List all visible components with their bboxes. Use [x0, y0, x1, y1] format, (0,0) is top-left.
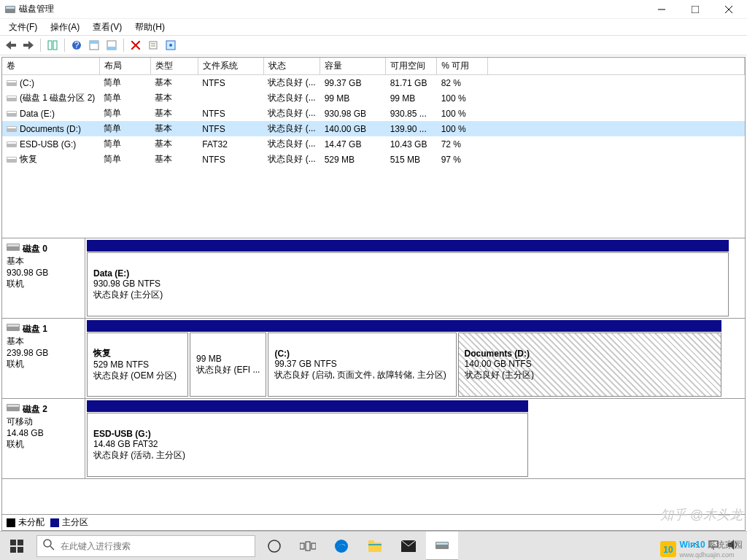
menu-view[interactable]: 查看(V) — [87, 20, 128, 35]
menu-help[interactable]: 帮助(H) — [129, 20, 171, 35]
column-header[interactable]: 布局 — [99, 58, 150, 75]
cortana-icon[interactable] — [258, 532, 290, 561]
column-header[interactable]: 卷 — [2, 58, 99, 75]
table-row[interactable]: ESD-USB (G:)简单基本FAT32状态良好 (...14.47 GB10… — [2, 136, 745, 152]
search-input[interactable] — [61, 541, 249, 551]
svg-rect-44 — [18, 540, 23, 545]
back-button[interactable] — [3, 37, 19, 53]
properties-button[interactable] — [145, 37, 161, 53]
svg-rect-46 — [18, 547, 23, 553]
svg-rect-11 — [53, 41, 57, 50]
disk-info: 磁盘 0基本930.98 GB联机 — [2, 238, 85, 318]
column-header[interactable]: % 可用 — [437, 58, 488, 75]
svg-rect-42 — [7, 405, 19, 407]
disk-graphical-view[interactable]: 磁盘 0基本930.98 GB联机Data (E:)930.98 GB NTFS… — [1, 238, 746, 515]
partition[interactable]: Data (E:)930.98 GB NTFS状态良好 (主分区) — [87, 252, 729, 316]
column-header[interactable]: 类型 — [150, 58, 198, 75]
svg-rect-26 — [7, 81, 16, 82]
svg-point-47 — [44, 540, 51, 547]
svg-point-24 — [169, 44, 172, 47]
svg-rect-28 — [7, 96, 16, 98]
table-row[interactable]: Data (E:)简单基本NTFS状态良好 (...930.98 GB930.8… — [2, 106, 745, 121]
svg-rect-15 — [90, 41, 98, 44]
view-bottom-button[interactable] — [104, 37, 120, 53]
column-header[interactable]: 可用空间 — [386, 58, 437, 75]
settings-button[interactable] — [163, 37, 179, 53]
minimize-button[interactable] — [645, 0, 678, 19]
svg-rect-3 — [692, 6, 699, 13]
column-header[interactable]: 状态 — [263, 58, 320, 75]
disk-row[interactable]: 磁盘 0基本930.98 GB联机Data (E:)930.98 GB NTFS… — [2, 238, 745, 319]
svg-rect-9 — [23, 44, 28, 47]
legend-primary-label: 主分区 — [62, 517, 88, 527]
volume-list[interactable]: 卷布局类型文件系统状态容量可用空间% 可用 (C:)简单基本NTFS状态良好 (… — [1, 57, 746, 238]
task-view-icon[interactable] — [292, 532, 324, 561]
svg-marker-8 — [28, 41, 34, 50]
menu-file[interactable]: 文件(F) — [3, 20, 43, 35]
help-button[interactable]: ? — [69, 37, 85, 53]
maximize-button[interactable] — [678, 0, 712, 19]
svg-point-53 — [335, 540, 348, 553]
edge-icon[interactable] — [325, 532, 357, 561]
column-header[interactable]: 容量 — [320, 58, 386, 75]
window-title: 磁盘管理 — [19, 3, 54, 15]
legend: 未分配 主分区 — [1, 515, 746, 531]
mail-icon[interactable] — [392, 532, 425, 561]
table-row[interactable]: (磁盘 1 磁盘分区 2)简单基本状态良好 (...99 MB99 MB100 … — [2, 90, 745, 106]
svg-line-48 — [50, 546, 54, 550]
search-box[interactable] — [36, 535, 255, 557]
taskbar: 10 Win10 系统家园 www.qdhuajin.com — [0, 531, 747, 560]
disk-mgmt-taskbar-icon[interactable] — [426, 532, 458, 561]
disk-info: 磁盘 1基本239.98 GB联机 — [2, 319, 85, 398]
svg-text:?: ? — [74, 40, 80, 50]
disk-row[interactable]: 磁盘 1基本239.98 GB联机恢复529 MB NTFS状态良好 (OEM … — [2, 319, 745, 399]
svg-rect-7 — [11, 44, 16, 47]
svg-marker-6 — [6, 41, 11, 50]
svg-rect-56 — [368, 544, 382, 545]
svg-rect-40 — [7, 324, 19, 327]
forward-button[interactable] — [20, 37, 36, 53]
svg-rect-52 — [311, 543, 316, 549]
explorer-icon[interactable] — [359, 532, 391, 561]
disk-row[interactable]: 磁盘 2可移动14.48 GB联机ESD-USB (G:)14.48 GB FA… — [2, 399, 745, 479]
legend-primary-icon — [50, 518, 59, 527]
menu-action[interactable]: 操作(A) — [44, 20, 85, 35]
svg-rect-45 — [10, 547, 16, 553]
table-row[interactable]: Documents (D:)简单基本NTFS状态良好 (...140.00 GB… — [2, 121, 745, 136]
partition[interactable]: Documents (D:)140.00 GB NTFS状态良好 (主分区) — [458, 332, 721, 397]
svg-rect-1 — [6, 7, 15, 9]
view-top-button[interactable] — [86, 37, 102, 53]
column-header[interactable]: 文件系统 — [198, 58, 263, 75]
svg-text:10: 10 — [664, 545, 674, 555]
svg-rect-38 — [7, 244, 19, 246]
table-row[interactable]: 恢复简单基本NTFS状态良好 (...529 MB515 MB97 % — [2, 152, 745, 167]
menubar: 文件(F) 操作(A) 查看(V) 帮助(H) — [0, 19, 747, 35]
app-icon — [4, 4, 16, 15]
svg-rect-10 — [48, 41, 52, 50]
svg-rect-30 — [7, 112, 16, 113]
legend-unallocated-label: 未分配 — [18, 517, 44, 527]
start-button[interactable] — [0, 532, 34, 561]
svg-point-49 — [268, 540, 280, 552]
svg-rect-43 — [10, 540, 16, 545]
partition[interactable]: ESD-USB (G:)14.48 GB FAT32状态良好 (活动, 主分区) — [87, 413, 528, 477]
toolbar: ? — [0, 35, 747, 55]
svg-rect-20 — [150, 42, 157, 49]
svg-rect-34 — [7, 142, 16, 144]
delete-icon[interactable] — [128, 37, 144, 53]
brand-logo: 10 Win10 系统家园 www.qdhuajin.com — [660, 539, 743, 559]
search-icon — [43, 539, 55, 553]
table-row[interactable]: (C:)简单基本NTFS状态良好 (...99.37 GB81.71 GB82 … — [2, 75, 745, 91]
svg-rect-32 — [7, 127, 16, 128]
volume-table: 卷布局类型文件系统状态容量可用空间% 可用 (C:)简单基本NTFS状态良好 (… — [2, 58, 745, 167]
disk-info: 磁盘 2可移动14.48 GB联机 — [2, 399, 85, 478]
watermark: 知乎 @木头龙 — [660, 506, 743, 524]
titlebar: 磁盘管理 — [0, 0, 747, 19]
partition[interactable]: 恢复529 MB NTFS状态良好 (OEM 分区) — [87, 332, 188, 397]
partition[interactable]: 99 MB状态良好 (EFI ... — [190, 332, 266, 397]
show-hide-tree-button[interactable] — [44, 37, 61, 53]
close-button[interactable] — [712, 0, 746, 19]
partition[interactable]: (C:)99.37 GB NTFS状态良好 (启动, 页面文件, 故障转储, 主… — [268, 332, 456, 397]
svg-rect-51 — [306, 542, 310, 551]
svg-rect-55 — [368, 540, 374, 544]
